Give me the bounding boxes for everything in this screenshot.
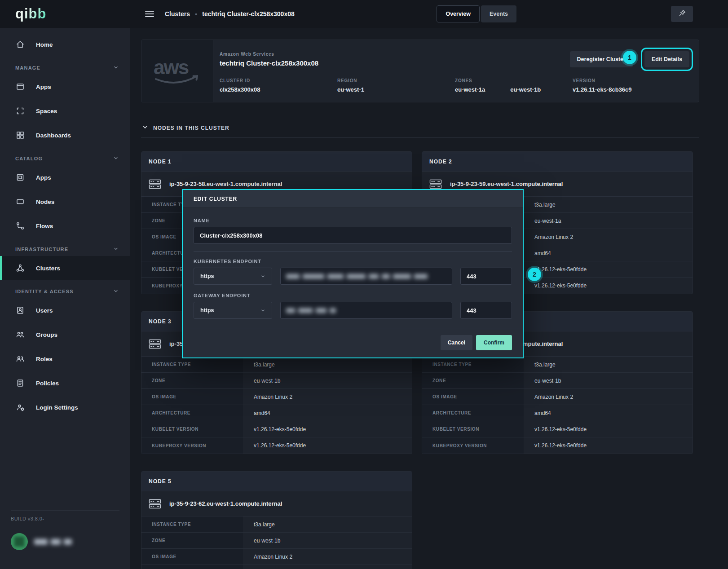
sidebar-item-label: Home <box>36 41 53 48</box>
sidebar-section-identity-access[interactable]: IDENTITY & ACCESS <box>0 280 130 298</box>
hamburger-menu-icon[interactable] <box>144 7 155 21</box>
catalog-apps-icon <box>15 172 25 182</box>
spec-value: eu-west-1b <box>524 373 693 388</box>
cluster-summary-card: aws Amazon Web Services techtriq Cluster… <box>141 40 699 102</box>
dashboards-icon <box>15 130 25 140</box>
gateway-endpoint-label: GATEWAY ENDPOINT <box>194 293 512 298</box>
spec-value: amd64 <box>524 405 693 421</box>
cluster-id-value: clx258x300x08 <box>220 86 260 93</box>
node-hostname: ip-35-9-23-59.eu-west-1.compute.internal <box>450 181 563 187</box>
chevron-down-icon <box>142 124 148 132</box>
confirm-button[interactable]: Confirm <box>476 335 512 350</box>
spec-label: KUBELET VERSION <box>141 421 243 437</box>
users-icon <box>15 305 25 315</box>
divider <box>11 510 119 511</box>
spec-label: ZONE <box>141 533 243 548</box>
avatar[interactable] <box>11 533 28 550</box>
spec-label: ARCHITECTURE <box>141 405 243 421</box>
sidebar-item-users[interactable]: Users <box>0 298 130 322</box>
chevron-down-icon <box>113 246 119 252</box>
sidebar-item-apps[interactable]: Apps <box>0 75 130 99</box>
cluster-title: techtriq Cluster-clx258x300x08 <box>220 59 318 67</box>
node-spec-table: INSTANCE TYPEt3a.large ZONEeu-west-1b OS… <box>141 516 412 569</box>
sidebar-section-catalog[interactable]: CATALOG <box>0 147 130 165</box>
sidebar-item-groups[interactable]: Groups <box>0 322 130 347</box>
cancel-button[interactable]: Cancel <box>441 335 472 350</box>
cluster-id-label: CLUSTER ID <box>220 78 337 83</box>
view-tabs: Overview Events <box>437 5 516 22</box>
edit-details-button[interactable]: Edit Details <box>644 51 689 67</box>
node-spec-table: INSTANCE TYPEt3a.large ZONEeu-west-1b OS… <box>422 357 693 454</box>
sidebar-item-label: Roles <box>36 356 53 362</box>
spec-label: KUBELET VERSION <box>422 421 524 437</box>
sidebar-item-catalog-apps[interactable]: Apps <box>0 165 130 190</box>
nodes-icon <box>15 197 25 207</box>
gateway-endpoint-input-blurred[interactable] <box>280 302 452 319</box>
sidebar-item-policies[interactable]: Policies <box>0 371 130 395</box>
sidebar-item-label: Policies <box>36 380 59 387</box>
spec-value: eu-west-1a <box>524 213 693 229</box>
divider <box>141 137 699 138</box>
svg-text:aws: aws <box>154 56 189 78</box>
sidebar-section-infrastructure[interactable]: INFRASTRUCTURE <box>0 238 130 256</box>
qibb-logo[interactable]: qibb <box>15 6 46 22</box>
spec-value: Amazon Linux 2 <box>524 389 693 405</box>
sidebar: qibb Home MANAGE Apps Spaces <box>0 0 130 569</box>
spec-label: INSTANCE TYPE <box>141 357 243 372</box>
sidebar-item-dashboards[interactable]: Dashboards <box>0 123 130 147</box>
breadcrumb-clusters-link[interactable]: Clusters <box>165 10 190 18</box>
node-spec-table: INSTANCE TYPEt3a.large ZONEeu-west-1b OS… <box>141 357 412 454</box>
zone-value: eu-west-1a <box>455 86 485 93</box>
gateway-protocol-select[interactable]: https <box>194 302 272 319</box>
sidebar-footer: BUILD v3.8.0- <box>0 510 130 569</box>
roles-icon <box>15 354 25 364</box>
sidebar-item-label: Groups <box>36 331 57 338</box>
kubernetes-protocol-select[interactable]: https <box>194 268 272 285</box>
node-card-title: NODE 5 <box>141 472 412 491</box>
sidebar-item-home[interactable]: Home <box>0 32 130 57</box>
sidebar-item-label: Nodes <box>36 198 54 205</box>
sidebar-item-label: Apps <box>36 84 51 90</box>
apps-icon <box>15 82 25 92</box>
name-field-label: NAME <box>194 218 512 223</box>
tab-overview[interactable]: Overview <box>437 5 480 22</box>
nodes-section-toggle[interactable]: NODES IN THIS CLUSTER <box>142 124 728 132</box>
sidebar-item-flows[interactable]: Flows <box>0 214 130 238</box>
spec-label: ZONE <box>141 373 243 388</box>
sidebar-item-spaces[interactable]: Spaces <box>0 99 130 123</box>
sidebar-item-clusters[interactable]: Clusters <box>0 256 130 280</box>
nodes-section-title: NODES IN THIS CLUSTER <box>153 125 229 131</box>
spec-value: Amazon Linux 2 <box>524 229 693 245</box>
sidebar-item-roles[interactable]: Roles <box>0 347 130 371</box>
spec-value: v1.26.12-eks-5e0fdde <box>243 437 412 454</box>
section-label: CATALOG <box>15 156 43 161</box>
user-account-row[interactable] <box>11 533 119 550</box>
section-label: INFRASTRUCTURE <box>15 247 68 252</box>
sidebar-item-login-settings[interactable]: Login Settings <box>0 395 130 419</box>
sidebar-item-label: Flows <box>36 223 53 229</box>
spec-value: v1.26.12-eks-5e0fdde <box>243 421 412 437</box>
node-card-title: NODE 2 <box>422 152 693 172</box>
tab-events[interactable]: Events <box>481 5 516 22</box>
spec-value: eu-west-1b <box>243 533 412 548</box>
pin-button[interactable] <box>671 6 693 22</box>
breadcrumb-separator: • <box>195 10 197 18</box>
kubernetes-endpoint-input-blurred[interactable] <box>280 268 452 285</box>
sidebar-item-label: Dashboards <box>36 132 71 139</box>
build-version-label: BUILD v3.8.0- <box>11 516 119 521</box>
zones-label: ZONES <box>455 78 573 83</box>
spec-value: Amazon Linux 2 <box>243 549 412 565</box>
gateway-port-input[interactable] <box>460 302 512 319</box>
flows-icon <box>15 221 25 231</box>
edit-cluster-modal: EDIT CLUSTER NAME KUBERNETES ENDPOINT ht… <box>182 189 524 358</box>
spec-value: amd64 <box>243 405 412 421</box>
sidebar-item-label: Spaces <box>36 108 57 115</box>
sidebar-item-nodes[interactable]: Nodes <box>0 190 130 214</box>
sidebar-section-manage[interactable]: MANAGE <box>0 57 130 75</box>
kubernetes-port-input[interactable] <box>460 268 512 285</box>
spec-label: KUBEPROXY VERSION <box>141 437 243 454</box>
sidebar-item-label: Login Settings <box>36 404 78 411</box>
sidebar-item-label: Apps <box>36 174 51 181</box>
server-icon <box>148 178 162 190</box>
cluster-name-input[interactable] <box>194 227 512 244</box>
